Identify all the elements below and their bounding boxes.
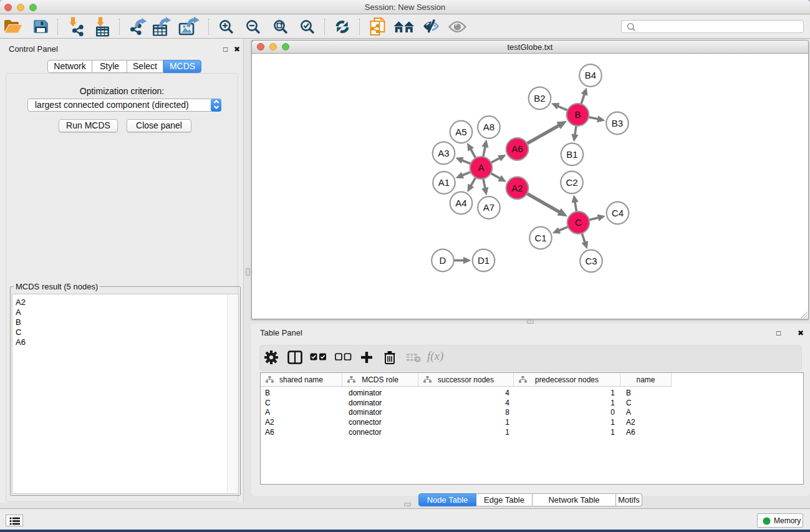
svg-text:A3: A3 (438, 148, 449, 158)
svg-text:B: B (574, 109, 581, 120)
svg-text:A5: A5 (455, 127, 466, 137)
svg-text:C1: C1 (534, 233, 546, 243)
svg-text:C: C (575, 217, 582, 228)
svg-text:A6: A6 (511, 143, 523, 154)
svg-text:A: A (478, 162, 484, 173)
svg-text:B1: B1 (566, 149, 577, 160)
svg-text:A1: A1 (438, 177, 450, 188)
svg-text:D1: D1 (478, 255, 489, 266)
svg-text:A7: A7 (483, 202, 494, 213)
svg-text:B4: B4 (585, 70, 596, 80)
svg-text:B3: B3 (612, 118, 623, 128)
svg-text:A8: A8 (483, 122, 494, 132)
svg-text:A2: A2 (511, 183, 523, 193)
svg-text:B2: B2 (534, 93, 545, 104)
svg-text:D: D (440, 255, 446, 266)
svg-text:C2: C2 (566, 177, 577, 188)
svg-text:A4: A4 (455, 198, 466, 208)
svg-text:C3: C3 (585, 256, 597, 266)
svg-text:C4: C4 (612, 208, 624, 218)
